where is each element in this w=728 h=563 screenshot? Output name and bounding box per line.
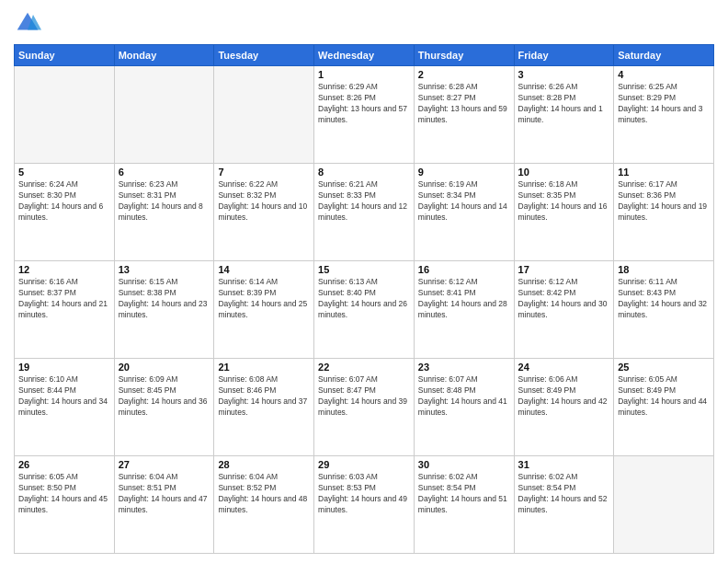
day-info: Sunrise: 6:10 AMSunset: 8:44 PMDaylight:… xyxy=(18,374,110,419)
day-info: Sunrise: 6:13 AMSunset: 8:40 PMDaylight:… xyxy=(318,277,410,321)
day-cell: 7Sunrise: 6:22 AMSunset: 8:32 PMDaylight… xyxy=(214,164,314,261)
day-info: Sunrise: 6:21 AMSunset: 8:33 PMDaylight:… xyxy=(318,179,410,224)
day-info: Sunrise: 6:22 AMSunset: 8:32 PMDaylight:… xyxy=(218,179,310,224)
day-number: 30 xyxy=(418,459,510,470)
day-info: Sunrise: 6:12 AMSunset: 8:42 PMDaylight:… xyxy=(518,277,610,321)
day-number: 9 xyxy=(418,167,510,178)
day-number: 23 xyxy=(418,362,510,373)
day-cell: 31Sunrise: 6:02 AMSunset: 8:54 PMDayligh… xyxy=(514,456,614,554)
calendar-header-row: SundayMondayTuesdayWednesdayThursdayFrid… xyxy=(15,45,714,66)
day-info: Sunrise: 6:06 AMSunset: 8:49 PMDaylight:… xyxy=(518,374,610,419)
day-cell: 20Sunrise: 6:09 AMSunset: 8:45 PMDayligh… xyxy=(114,359,214,456)
day-info: Sunrise: 6:26 AMSunset: 8:28 PMDaylight:… xyxy=(518,82,610,126)
day-number: 28 xyxy=(218,459,310,470)
day-cell: 12Sunrise: 6:16 AMSunset: 8:37 PMDayligh… xyxy=(15,261,115,359)
day-number: 10 xyxy=(518,167,610,178)
day-cell: 23Sunrise: 6:07 AMSunset: 8:48 PMDayligh… xyxy=(414,359,514,456)
day-cell: 1Sunrise: 6:29 AMSunset: 8:26 PMDaylight… xyxy=(314,66,415,164)
day-info: Sunrise: 6:11 AMSunset: 8:43 PMDaylight:… xyxy=(618,277,710,321)
day-cell xyxy=(114,66,214,164)
day-cell: 6Sunrise: 6:23 AMSunset: 8:31 PMDaylight… xyxy=(114,164,214,261)
day-cell: 30Sunrise: 6:02 AMSunset: 8:54 PMDayligh… xyxy=(414,456,514,554)
day-cell: 27Sunrise: 6:04 AMSunset: 8:51 PMDayligh… xyxy=(114,456,214,554)
day-number: 11 xyxy=(618,167,710,178)
page: SundayMondayTuesdayWednesdayThursdayFrid… xyxy=(0,0,728,563)
day-cell xyxy=(15,66,115,164)
day-info: Sunrise: 6:23 AMSunset: 8:31 PMDaylight:… xyxy=(119,179,210,224)
day-cell: 22Sunrise: 6:07 AMSunset: 8:47 PMDayligh… xyxy=(314,359,415,456)
day-number: 1 xyxy=(318,69,410,80)
day-number: 12 xyxy=(18,264,110,275)
day-info: Sunrise: 6:02 AMSunset: 8:54 PMDaylight:… xyxy=(418,472,510,516)
day-info: Sunrise: 6:07 AMSunset: 8:48 PMDaylight:… xyxy=(418,374,510,419)
day-number: 22 xyxy=(318,362,410,373)
week-row-0: 1Sunrise: 6:29 AMSunset: 8:26 PMDaylight… xyxy=(15,66,714,164)
day-cell: 24Sunrise: 6:06 AMSunset: 8:49 PMDayligh… xyxy=(514,359,614,456)
day-number: 18 xyxy=(618,264,710,275)
logo-icon xyxy=(14,9,41,37)
day-cell: 17Sunrise: 6:12 AMSunset: 8:42 PMDayligh… xyxy=(514,261,614,359)
day-info: Sunrise: 6:19 AMSunset: 8:34 PMDaylight:… xyxy=(418,179,510,224)
day-number: 14 xyxy=(218,264,310,275)
day-number: 2 xyxy=(418,69,510,80)
day-info: Sunrise: 6:15 AMSunset: 8:38 PMDaylight:… xyxy=(119,277,210,321)
day-info: Sunrise: 6:14 AMSunset: 8:39 PMDaylight:… xyxy=(218,277,310,321)
col-header-thursday: Thursday xyxy=(414,45,514,66)
header xyxy=(14,9,714,37)
day-cell: 16Sunrise: 6:12 AMSunset: 8:41 PMDayligh… xyxy=(414,261,514,359)
day-info: Sunrise: 6:29 AMSunset: 8:26 PMDaylight:… xyxy=(318,82,410,126)
day-info: Sunrise: 6:24 AMSunset: 8:30 PMDaylight:… xyxy=(18,179,110,224)
day-info: Sunrise: 6:05 AMSunset: 8:50 PMDaylight:… xyxy=(18,472,110,516)
day-info: Sunrise: 6:07 AMSunset: 8:47 PMDaylight:… xyxy=(318,374,410,419)
day-info: Sunrise: 6:04 AMSunset: 8:51 PMDaylight:… xyxy=(119,472,210,516)
day-info: Sunrise: 6:12 AMSunset: 8:41 PMDaylight:… xyxy=(418,277,510,321)
day-number: 19 xyxy=(18,362,110,373)
day-number: 24 xyxy=(518,362,610,373)
day-cell: 15Sunrise: 6:13 AMSunset: 8:40 PMDayligh… xyxy=(314,261,415,359)
day-cell: 18Sunrise: 6:11 AMSunset: 8:43 PMDayligh… xyxy=(614,261,714,359)
day-cell: 11Sunrise: 6:17 AMSunset: 8:36 PMDayligh… xyxy=(614,164,714,261)
col-header-wednesday: Wednesday xyxy=(314,45,415,66)
day-info: Sunrise: 6:04 AMSunset: 8:52 PMDaylight:… xyxy=(218,472,310,516)
day-cell: 5Sunrise: 6:24 AMSunset: 8:30 PMDaylight… xyxy=(15,164,115,261)
day-info: Sunrise: 6:03 AMSunset: 8:53 PMDaylight:… xyxy=(318,472,410,516)
day-cell: 2Sunrise: 6:28 AMSunset: 8:27 PMDaylight… xyxy=(414,66,514,164)
week-row-3: 19Sunrise: 6:10 AMSunset: 8:44 PMDayligh… xyxy=(15,359,714,456)
day-info: Sunrise: 6:17 AMSunset: 8:36 PMDaylight:… xyxy=(618,179,710,224)
day-cell: 25Sunrise: 6:05 AMSunset: 8:49 PMDayligh… xyxy=(614,359,714,456)
col-header-friday: Friday xyxy=(514,45,614,66)
day-cell: 9Sunrise: 6:19 AMSunset: 8:34 PMDaylight… xyxy=(414,164,514,261)
calendar: SundayMondayTuesdayWednesdayThursdayFrid… xyxy=(14,44,714,554)
day-info: Sunrise: 6:08 AMSunset: 8:46 PMDaylight:… xyxy=(218,374,310,419)
day-number: 7 xyxy=(218,167,310,178)
day-number: 13 xyxy=(119,264,210,275)
day-info: Sunrise: 6:28 AMSunset: 8:27 PMDaylight:… xyxy=(418,82,510,126)
day-number: 15 xyxy=(318,264,410,275)
day-number: 4 xyxy=(618,69,710,80)
day-info: Sunrise: 6:25 AMSunset: 8:29 PMDaylight:… xyxy=(618,82,710,126)
day-cell: 3Sunrise: 6:26 AMSunset: 8:28 PMDaylight… xyxy=(514,66,614,164)
day-info: Sunrise: 6:02 AMSunset: 8:54 PMDaylight:… xyxy=(518,472,610,516)
day-number: 5 xyxy=(18,167,110,178)
day-info: Sunrise: 6:09 AMSunset: 8:45 PMDaylight:… xyxy=(119,374,210,419)
day-cell: 26Sunrise: 6:05 AMSunset: 8:50 PMDayligh… xyxy=(15,456,115,554)
day-number: 26 xyxy=(18,459,110,470)
day-cell xyxy=(214,66,314,164)
col-header-tuesday: Tuesday xyxy=(214,45,314,66)
day-info: Sunrise: 6:18 AMSunset: 8:35 PMDaylight:… xyxy=(518,179,610,224)
col-header-sunday: Sunday xyxy=(15,45,115,66)
day-cell: 29Sunrise: 6:03 AMSunset: 8:53 PMDayligh… xyxy=(314,456,415,554)
week-row-4: 26Sunrise: 6:05 AMSunset: 8:50 PMDayligh… xyxy=(15,456,714,554)
logo xyxy=(14,9,45,37)
day-number: 8 xyxy=(318,167,410,178)
week-row-2: 12Sunrise: 6:16 AMSunset: 8:37 PMDayligh… xyxy=(15,261,714,359)
day-cell: 10Sunrise: 6:18 AMSunset: 8:35 PMDayligh… xyxy=(514,164,614,261)
week-row-1: 5Sunrise: 6:24 AMSunset: 8:30 PMDaylight… xyxy=(15,164,714,261)
day-info: Sunrise: 6:05 AMSunset: 8:49 PMDaylight:… xyxy=(618,374,710,419)
day-number: 29 xyxy=(318,459,410,470)
day-cell: 4Sunrise: 6:25 AMSunset: 8:29 PMDaylight… xyxy=(614,66,714,164)
day-number: 20 xyxy=(119,362,210,373)
day-number: 25 xyxy=(618,362,710,373)
day-cell: 14Sunrise: 6:14 AMSunset: 8:39 PMDayligh… xyxy=(214,261,314,359)
day-number: 27 xyxy=(119,459,210,470)
